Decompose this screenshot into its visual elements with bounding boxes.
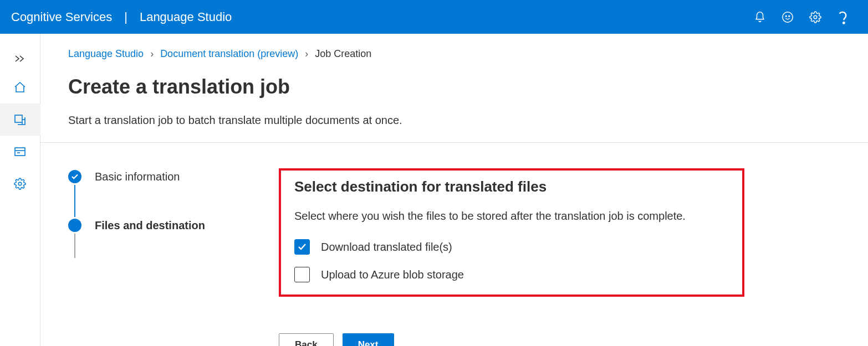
step-basic-information[interactable]: Basic information xyxy=(68,168,279,185)
brand-label: Cognitive Services xyxy=(11,10,112,24)
step-label: Files and destination xyxy=(95,219,205,232)
section-heading: Select destination for translated files xyxy=(294,178,729,195)
breadcrumb-item-1[interactable]: Language Studio xyxy=(68,48,144,60)
option-upload-blob[interactable]: Upload to Azure blob storage xyxy=(294,267,729,282)
svg-rect-5 xyxy=(15,115,22,122)
top-header: Cognitive Services | Language Studio xyxy=(0,0,868,34)
option-label: Download translated file(s) xyxy=(321,241,452,254)
left-rail xyxy=(0,34,40,346)
step-files-destination[interactable]: Files and destination xyxy=(68,217,279,234)
svg-point-9 xyxy=(18,182,22,185)
svg-point-4 xyxy=(843,22,845,24)
app-label: Language Studio xyxy=(140,10,232,24)
back-button[interactable]: Back xyxy=(279,333,334,346)
wizard-steps: Basic information Files and destination xyxy=(68,168,279,346)
chevron-right-icon: › xyxy=(150,48,154,60)
svg-rect-6 xyxy=(15,148,25,156)
svg-point-1 xyxy=(785,16,787,17)
feedback-smile-icon[interactable] xyxy=(782,11,794,23)
option-label: Upload to Azure blob storage xyxy=(321,268,464,281)
next-button[interactable]: Next xyxy=(343,333,394,346)
page-title: Create a translation job xyxy=(68,75,840,99)
rail-translate-icon[interactable] xyxy=(0,104,40,136)
step-current-icon xyxy=(68,219,81,232)
svg-point-3 xyxy=(814,16,817,19)
highlighted-section: Select destination for translated files … xyxy=(279,168,744,297)
section-description: Select where you wish the files to be st… xyxy=(294,210,729,223)
rail-expand-icon[interactable] xyxy=(0,46,40,71)
svg-point-2 xyxy=(789,16,790,17)
notifications-icon[interactable] xyxy=(754,11,766,23)
checkbox-unchecked-icon xyxy=(294,267,310,282)
step-label: Basic information xyxy=(95,171,180,183)
step-connector xyxy=(74,234,75,258)
breadcrumb-item-2[interactable]: Document translation (preview) xyxy=(160,48,298,60)
rail-jobs-icon[interactable] xyxy=(0,136,40,168)
breadcrumb-current: Job Creation xyxy=(315,48,371,60)
option-download-files[interactable]: Download translated file(s) xyxy=(294,239,729,255)
page-subtitle: Start a translation job to batch transla… xyxy=(68,114,840,127)
step-connector xyxy=(74,185,75,217)
chevron-right-icon: › xyxy=(305,48,308,60)
step-complete-icon xyxy=(68,170,81,183)
rail-settings-icon[interactable] xyxy=(0,168,40,200)
rail-home-icon[interactable] xyxy=(0,71,40,104)
breadcrumb: Language Studio › Document translation (… xyxy=(68,48,840,60)
checkbox-checked-icon xyxy=(294,239,310,255)
help-icon[interactable] xyxy=(837,11,849,23)
settings-gear-icon[interactable] xyxy=(809,11,821,23)
svg-point-0 xyxy=(783,12,793,22)
header-divider: | xyxy=(124,10,127,24)
